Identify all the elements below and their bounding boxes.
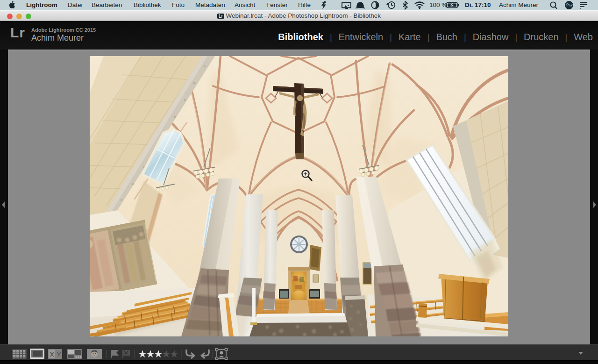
svg-text:X: X	[50, 351, 54, 358]
svg-text:Y: Y	[57, 351, 61, 358]
